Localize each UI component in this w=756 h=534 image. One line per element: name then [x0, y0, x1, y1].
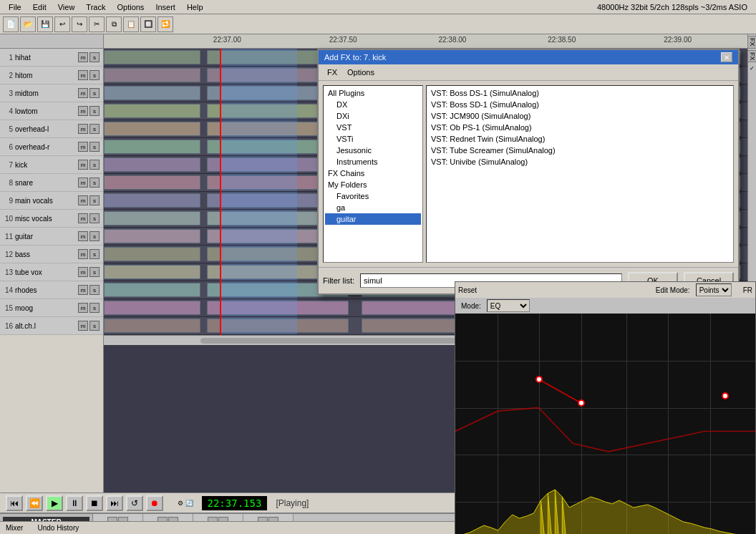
- eq-reset-btn[interactable]: Reset: [458, 286, 477, 294]
- track-header-13[interactable]: 13 tube vox m s: [0, 263, 103, 281]
- waveform-block[interactable]: [104, 104, 200, 118]
- track-solo-6[interactable]: s: [89, 142, 100, 152]
- waveform-block[interactable]: [104, 50, 200, 64]
- waveform-block[interactable]: [104, 193, 200, 208]
- waveform-block[interactable]: [104, 229, 200, 243]
- add-fx-dialog[interactable]: Add FX to: 7. kick ✕ FX Options All Plug…: [317, 49, 740, 295]
- track-header-4[interactable]: 4 lowtom m s: [0, 102, 103, 120]
- track-mute-6[interactable]: m: [78, 142, 88, 152]
- tree-ga[interactable]: ga: [325, 202, 421, 213]
- transport-loop[interactable]: ↺: [126, 495, 143, 511]
- transport-pause[interactable]: ⏸: [66, 495, 83, 511]
- waveform-block[interactable]: [104, 68, 200, 82]
- track-solo-12[interactable]: s: [89, 249, 100, 259]
- track-mute-1[interactable]: m: [78, 52, 88, 62]
- track-solo-8[interactable]: s: [89, 178, 100, 188]
- mode-select[interactable]: EQ: [487, 299, 530, 312]
- track-header-2[interactable]: 2 hitom m s: [0, 67, 103, 84]
- track-mute-2[interactable]: m: [78, 70, 88, 80]
- toolbar-copy[interactable]: ⧉: [106, 16, 122, 32]
- tree-jesusonic[interactable]: Jesusonic: [325, 145, 421, 156]
- tree-dx[interactable]: DX: [325, 99, 421, 110]
- track-mute-10[interactable]: m: [78, 213, 88, 223]
- transport-play[interactable]: ▶: [46, 495, 63, 511]
- track-header-11[interactable]: 11 guitar m s: [0, 228, 103, 246]
- waveform-block[interactable]: [104, 157, 200, 172]
- track-solo-13[interactable]: s: [89, 267, 100, 277]
- track-mute-9[interactable]: m: [78, 195, 88, 205]
- track-solo-5[interactable]: s: [89, 124, 100, 134]
- toolbar-redo[interactable]: ↪: [72, 16, 87, 32]
- toolbar-undo[interactable]: ↩: [54, 16, 70, 32]
- track-solo-14[interactable]: s: [89, 285, 100, 295]
- waveform-block[interactable]: [104, 283, 200, 297]
- toolbar-new[interactable]: 📄: [3, 16, 19, 32]
- waveform-block[interactable]: [104, 140, 200, 154]
- tree-guitar[interactable]: guitar: [325, 213, 421, 225]
- waveform-block[interactable]: [104, 211, 200, 225]
- track-solo-2[interactable]: s: [89, 70, 100, 80]
- fx-btn-2[interactable]: FX: [747, 50, 757, 63]
- tree-fx-chains[interactable]: FX Chains: [325, 168, 421, 179]
- track-solo-10[interactable]: s: [89, 213, 100, 223]
- fx-item-1[interactable]: VST: Boss SD-1 (SimulAnalog): [428, 99, 732, 110]
- track-header-12[interactable]: 12 bass m s: [0, 246, 103, 263]
- menu-track[interactable]: Track: [80, 1, 111, 13]
- transport-prev[interactable]: ⏪: [26, 495, 43, 511]
- menu-edit[interactable]: Edit: [27, 1, 52, 13]
- waveform-block[interactable]: [104, 247, 200, 261]
- fx-item-2[interactable]: VST: JCM900 (SimulAnalog): [428, 110, 732, 122]
- track-solo-7[interactable]: s: [89, 160, 100, 170]
- menu-file[interactable]: File: [3, 1, 27, 13]
- track-header-5[interactable]: 5 overhead-l m s: [0, 120, 103, 138]
- dialog-menu-fx[interactable]: FX: [323, 67, 341, 78]
- eq-point-2[interactable]: [578, 399, 585, 407]
- toolbar-snap[interactable]: 🔲: [140, 16, 156, 32]
- waveform-block[interactable]: [104, 319, 200, 333]
- dialog-menu-options[interactable]: Options: [343, 67, 379, 78]
- edit-mode-select[interactable]: Points: [696, 283, 732, 296]
- track-mute-3[interactable]: m: [78, 88, 88, 98]
- track-solo-4[interactable]: s: [89, 106, 100, 116]
- tree-dxi[interactable]: DXi: [325, 110, 421, 122]
- fx-btn[interactable]: FX: [747, 36, 757, 49]
- menu-help[interactable]: Help: [181, 1, 209, 13]
- track-mute-12[interactable]: m: [78, 249, 88, 259]
- track-header-9[interactable]: 9 main vocals m s: [0, 192, 103, 210]
- toolbar-paste[interactable]: 📋: [123, 16, 139, 32]
- track-solo-16[interactable]: s: [89, 321, 100, 331]
- track-mute-16[interactable]: m: [78, 321, 88, 331]
- track-mute-15[interactable]: m: [78, 303, 88, 313]
- fx-plugin-list[interactable]: VST: Boss DS-1 (SimulAnalog)VST: Boss SD…: [426, 85, 734, 263]
- waveform-block[interactable]: [104, 265, 200, 279]
- track-header-6[interactable]: 6 overhead-r m s: [0, 138, 103, 156]
- transport-stop[interactable]: ⏹: [86, 495, 103, 511]
- statusbar-mixer[interactable]: Mixer: [6, 524, 23, 532]
- waveform-block[interactable]: [104, 86, 200, 100]
- track-mute-4[interactable]: m: [78, 106, 88, 116]
- fx-check[interactable]: ✓: [750, 65, 755, 72]
- toolbar-loop[interactable]: 🔁: [158, 16, 173, 32]
- eq-point-1[interactable]: [536, 376, 543, 383]
- fx-item-5[interactable]: VST: Tube Screamer (SimulAnalog): [428, 145, 732, 156]
- track-header-3[interactable]: 3 midtom m s: [0, 84, 103, 102]
- transport-record[interactable]: ⏺: [146, 495, 163, 511]
- fx-item-4[interactable]: VST: Rednet Twin (SimulAnalog): [428, 133, 732, 145]
- track-mute-8[interactable]: m: [78, 178, 88, 188]
- fx-item-0[interactable]: VST: Boss DS-1 (SimulAnalog): [428, 87, 732, 99]
- transport-rewind[interactable]: ⏮: [6, 495, 23, 511]
- track-solo-15[interactable]: s: [89, 303, 100, 313]
- track-mute-5[interactable]: m: [78, 124, 88, 134]
- tree-vsti[interactable]: VSTi: [325, 133, 421, 145]
- track-solo-9[interactable]: s: [89, 195, 100, 205]
- waveform-block[interactable]: [104, 175, 200, 190]
- track-header-14[interactable]: 14 rhodes m s: [0, 281, 103, 299]
- fx-item-6[interactable]: VST: Univibe (SimulAnalog): [428, 156, 732, 168]
- track-mute-11[interactable]: m: [78, 231, 88, 241]
- transport-next[interactable]: ⏭: [106, 495, 123, 511]
- menu-insert[interactable]: Insert: [150, 1, 181, 13]
- eq-canvas[interactable]: 58 175 410 878 1.8k 3.7k 7.4k: [455, 314, 755, 534]
- tree-all-plugins[interactable]: All Plugins: [325, 87, 421, 99]
- statusbar-undo[interactable]: Undo History: [37, 524, 79, 532]
- menu-options[interactable]: Options: [111, 1, 150, 13]
